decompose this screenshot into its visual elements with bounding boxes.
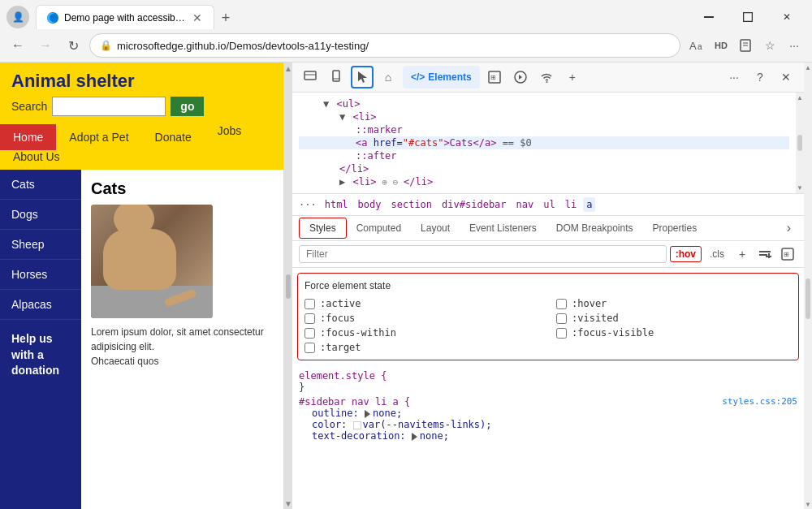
devtools-close-button[interactable]: ✕	[775, 66, 797, 88]
tree-scroll-thumb[interactable]	[797, 135, 802, 151]
active-tab[interactable]: Demo page with accessibility issu ✕	[36, 5, 214, 29]
styles-tab-event-listeners[interactable]: Event Listeners	[460, 218, 546, 238]
svg-rect-20	[766, 256, 771, 257]
demo-nav-donate[interactable]: Donate	[142, 124, 205, 150]
html-tree-line-li-close[interactable]: </li>	[299, 162, 789, 175]
html-tree-line-li2[interactable]: ▶ <li> ⊕ ⊖ </li>	[299, 175, 789, 188]
elements-tab-button[interactable]: </> Elements	[403, 66, 480, 88]
html-tree-line-ul[interactable]: ▼ <ul>	[299, 97, 789, 110]
state-hover-checkbox[interactable]	[556, 299, 567, 309]
breadcrumb-section[interactable]: section	[388, 197, 436, 212]
maximize-button[interactable]	[729, 5, 767, 29]
demo-nav-home[interactable]: Home	[0, 124, 56, 150]
profile-avatar[interactable]: 👤	[6, 6, 29, 28]
devtools-help-button[interactable]: ?	[749, 66, 771, 88]
state-active-checkbox[interactable]	[304, 299, 315, 309]
collapse-triangle-li[interactable]: ▼	[339, 111, 345, 123]
page-scrollbar[interactable]: ▲ ▼	[284, 63, 292, 509]
immersive-reader-button[interactable]: HD	[710, 34, 732, 57]
html-tree-line-after[interactable]: ::after	[299, 149, 789, 162]
demo-search-input[interactable]	[52, 97, 166, 116]
state-focus-visible-checkbox[interactable]	[556, 328, 567, 339]
maximize-icon	[743, 12, 753, 22]
url-bar[interactable]: 🔒 microsoftedge.github.io/Demos/devtools…	[89, 33, 680, 58]
computed-toggle-button[interactable]: ⊞	[778, 244, 797, 264]
favorites-button[interactable]: ☆	[758, 34, 781, 57]
styles-tab-properties[interactable]: Properties	[643, 218, 707, 238]
svg-marker-12	[358, 71, 367, 83]
devtools-home-button[interactable]: ⌂	[377, 66, 400, 88]
breadcrumb-ul[interactable]: ul	[540, 197, 558, 212]
state-visited-checkbox[interactable]	[556, 313, 567, 324]
styles-tab-dom-breakpoints[interactable]: DOM Breakpoints	[546, 218, 643, 238]
html-tree-line-li[interactable]: ▼ <li>	[299, 110, 789, 123]
breadcrumb-div-sidebar[interactable]: div#sidebar	[438, 197, 509, 212]
collapse-triangle-li2[interactable]: ▶	[339, 176, 345, 188]
html-tree-line-a[interactable]: <a href="#cats">Cats</a> == $0	[299, 136, 789, 149]
minimize-button[interactable]	[690, 5, 728, 29]
inspect-element-button[interactable]	[299, 66, 322, 88]
styles-content: element.style { } #sidebar nav li a { st…	[292, 365, 804, 509]
demo-nav-about[interactable]: About Us	[0, 150, 73, 170]
styles-tab-computed[interactable]: Computed	[347, 218, 411, 238]
add-notes-button[interactable]	[734, 34, 757, 57]
state-focus-within-checkbox[interactable]	[304, 328, 315, 339]
devtools-scroll-thumb[interactable]	[806, 278, 810, 319]
styles-tab-layout[interactable]: Layout	[411, 218, 460, 238]
sidebar-item-cats[interactable]: Cats	[0, 170, 81, 200]
sidebar-item-horses[interactable]: Horses	[0, 260, 81, 290]
breadcrumb-html[interactable]: html	[322, 197, 352, 212]
breadcrumb-a[interactable]: a	[583, 197, 595, 212]
read-aloud-button[interactable]: Aa	[685, 34, 708, 57]
state-focus-checkbox[interactable]	[304, 313, 315, 324]
state-visited-label: :visited	[572, 313, 619, 324]
breadcrumb-ellipsis[interactable]: ···	[299, 199, 317, 210]
cls-button[interactable]: .cls	[705, 247, 729, 261]
add-panel-button[interactable]: +	[561, 66, 584, 88]
tab-close-button[interactable]: ✕	[191, 10, 204, 26]
demo-nav-jobs[interactable]: Jobs	[205, 124, 255, 150]
sidebar-item-sheep[interactable]: Sheep	[0, 230, 81, 260]
styles-tab-styles[interactable]: Styles	[299, 218, 347, 239]
new-tab-button[interactable]: +	[214, 6, 237, 29]
demo-go-button[interactable]: go	[171, 97, 204, 116]
add-rule-button[interactable]: +	[732, 244, 752, 264]
new-style-rule-button[interactable]	[755, 244, 775, 264]
devtools-scrollbar[interactable]: ▲ ▼	[804, 63, 812, 509]
styles-link[interactable]: styles.css:205	[722, 396, 797, 407]
scroll-thumb[interactable]	[286, 274, 291, 299]
hov-button[interactable]: :hov	[670, 246, 702, 262]
demo-nav-adopt[interactable]: Adopt a Pet	[56, 124, 141, 150]
li2-close-tag: </li>	[404, 176, 433, 188]
devtools-more-button[interactable]: ···	[723, 66, 745, 88]
styles-filter-input[interactable]	[299, 245, 667, 263]
state-target-checkbox[interactable]	[304, 343, 315, 353]
devtools-scroll-up[interactable]: ▲	[805, 64, 811, 71]
breadcrumb-li[interactable]: li	[562, 197, 580, 212]
sources-button[interactable]	[509, 66, 532, 88]
forward-button[interactable]: →	[34, 34, 57, 57]
scroll-up-arrow[interactable]: ▲	[284, 64, 292, 73]
collapse-triangle[interactable]: ▼	[323, 98, 329, 110]
sidebar-item-dogs[interactable]: Dogs	[0, 200, 81, 230]
tree-scroll-up[interactable]: ▲	[797, 94, 803, 101]
browser-more-button[interactable]: ···	[783, 34, 806, 57]
styles-more-button[interactable]: ›	[780, 218, 797, 239]
devtools-scroll-down[interactable]: ▼	[805, 501, 811, 508]
console-icon-button[interactable]: ⊞	[483, 66, 506, 88]
scroll-down-arrow[interactable]: ▼	[284, 499, 292, 508]
tree-scroll-down[interactable]: ▼	[797, 184, 803, 192]
network-button[interactable]	[535, 66, 558, 88]
close-button[interactable]: ✕	[768, 5, 806, 29]
breadcrumb-nav[interactable]: nav	[513, 197, 538, 212]
html-tree-scrollbar[interactable]: ▲ ▼	[796, 93, 804, 193]
refresh-button[interactable]: ↻	[62, 34, 84, 57]
html-tree-line-marker[interactable]: ::marker	[299, 123, 789, 136]
li-close-tag: </li>	[339, 163, 369, 175]
cursor-tool-button[interactable]	[351, 66, 374, 88]
sidebar-item-alpacas[interactable]: Alpacas	[0, 290, 81, 320]
device-mode-button[interactable]	[325, 66, 348, 88]
devtools-top-toolbar: ⌂ </> Elements ⊞ + ··· ? ✕	[292, 63, 804, 93]
breadcrumb-body[interactable]: body	[355, 197, 385, 212]
back-button[interactable]: ←	[6, 34, 29, 57]
